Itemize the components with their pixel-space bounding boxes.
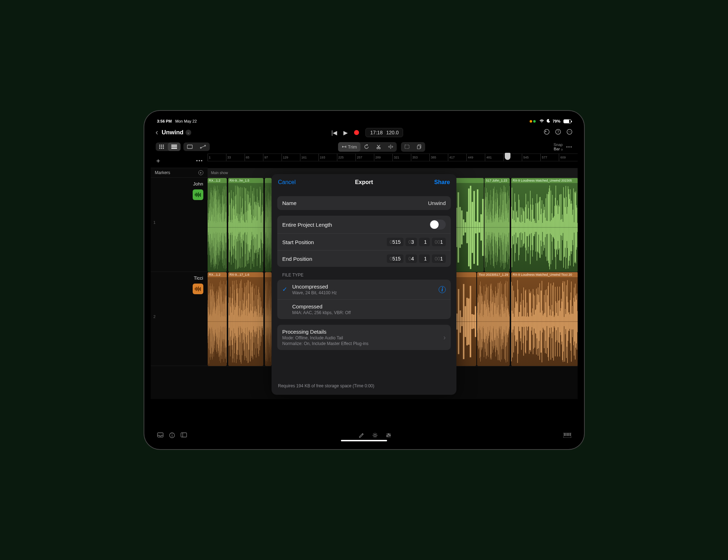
svg-rect-13	[159, 148, 160, 149]
add-track-button[interactable]: ＋	[155, 156, 161, 165]
project-title-dropdown[interactable]: Unwind ⌄	[162, 129, 191, 136]
marker-label: Main show	[211, 171, 228, 175]
audio-region[interactable]: RX-9 Loudness Matched_Unwind 202305	[511, 178, 577, 272]
markers-row[interactable]: Markers +	[151, 168, 208, 178]
inbox-icon[interactable]	[157, 432, 164, 439]
svg-rect-14	[161, 148, 162, 149]
processing-details-row[interactable]: Processing Details Mode: Offline, Includ…	[277, 325, 451, 350]
audio-region[interactable]	[265, 272, 272, 366]
timeline-ruler[interactable]: 1336597129161193225257289321353385417449…	[208, 154, 578, 161]
svg-point-22	[377, 147, 378, 149]
svg-rect-11	[161, 146, 162, 147]
audio-region[interactable]: RX-9 Loudness Matched_Unwind Ticci 20	[511, 272, 577, 366]
track-icon[interactable]	[193, 284, 203, 294]
track-icon[interactable]	[193, 189, 203, 200]
track-header[interactable]: 1John	[151, 178, 208, 272]
brightness-icon[interactable]	[372, 432, 378, 439]
ruler-tick: 321	[392, 154, 411, 161]
home-indicator[interactable]	[341, 440, 387, 441]
time-display[interactable]: 17:18 120.0	[365, 128, 403, 137]
grid-view-button[interactable]	[156, 142, 168, 151]
track-headers-panel: Markers + 1John2Ticci	[151, 168, 208, 399]
uncompressed-option[interactable]: ✓ Uncompressed Wave, 24 Bit, 44100 Hz i	[277, 280, 451, 300]
export-name-field[interactable]: Name Unwind	[277, 196, 451, 210]
svg-rect-10	[159, 146, 160, 147]
audio-region[interactable]: RX-9...17_1.6	[228, 272, 263, 366]
audio-region[interactable]	[265, 178, 272, 272]
audio-region[interactable]: 517 John_1.23	[485, 178, 510, 272]
undo-button[interactable]	[544, 129, 550, 136]
name-label: Name	[282, 200, 296, 206]
automation-button[interactable]	[196, 142, 210, 151]
end-position-row: End Position 0515 04 1 001	[277, 251, 451, 267]
tracks-view-button[interactable]	[168, 142, 181, 151]
snap-setting[interactable]: Snap Bar ◇	[553, 142, 563, 151]
compressed-title: Compressed	[292, 303, 351, 309]
audio-region[interactable]: RX-9...hn_1.5	[228, 178, 263, 272]
info-icon[interactable]: i	[439, 286, 446, 293]
playhead-icon[interactable]	[505, 153, 510, 160]
copy-tool-button[interactable]	[413, 142, 425, 152]
svg-rect-15	[163, 148, 164, 149]
region-label: RX...1.2	[208, 272, 227, 277]
add-marker-button[interactable]: +	[198, 170, 203, 175]
name-value: Unwind	[428, 200, 446, 206]
file-type-heading: FILE TYPE	[277, 267, 451, 280]
uncompressed-sub: Wave, 24 Bit, 44100 Hz	[292, 290, 337, 295]
ruler-tick: 577	[540, 154, 559, 161]
entire-length-toggle[interactable]	[429, 220, 446, 230]
end-label: End Position	[282, 256, 312, 262]
track-header[interactable]: 2Ticci	[151, 272, 208, 366]
info-icon[interactable]	[169, 432, 175, 439]
record-button[interactable]	[354, 130, 359, 135]
end-position-fields[interactable]: 0515 04 1 001	[387, 254, 446, 263]
compressed-option[interactable]: Compressed M4A: AAC, 256 kbps, VBR: Off	[277, 300, 451, 319]
audio-region[interactable]: RX...1.2	[208, 272, 227, 366]
sidebar-icon[interactable]	[181, 432, 187, 439]
region-label: 517 John_1.23	[485, 178, 510, 183]
status-time: 3:56 PM	[157, 119, 172, 123]
snap-label: Snap	[553, 142, 563, 147]
svg-rect-7	[159, 145, 160, 146]
svg-point-6	[570, 131, 571, 132]
back-button[interactable]: ‹	[156, 128, 158, 137]
share-button[interactable]: Share	[434, 179, 450, 185]
pencil-icon[interactable]	[359, 432, 364, 439]
svg-rect-18	[171, 148, 177, 149]
start-position-fields[interactable]: 0515 03 1 001	[387, 238, 446, 246]
svg-point-23	[379, 147, 380, 149]
more-tools-button[interactable]: •••	[566, 145, 573, 149]
marquee-tool-button[interactable]	[401, 142, 413, 152]
region-view-button[interactable]	[183, 142, 196, 151]
scissors-tool-button[interactable]	[373, 142, 385, 152]
audio-region[interactable]: Ticci 20230517_1.29	[477, 272, 510, 366]
entire-length-label: Entire Project Length	[282, 222, 332, 228]
track-number: 2	[154, 314, 156, 319]
playhead-position: 17:18	[370, 130, 382, 135]
region-label: RX-9...17_1.6	[228, 272, 263, 277]
svg-point-1494	[387, 435, 388, 436]
cancel-button[interactable]: Cancel	[278, 179, 296, 185]
loop-tool-button[interactable]	[360, 142, 373, 152]
region-label: Ticci 20230517_1.29	[477, 272, 510, 277]
play-button[interactable]: ▶	[343, 129, 348, 136]
help-button[interactable]: ?	[555, 129, 561, 136]
svg-rect-1499	[566, 433, 566, 436]
top-toolbar: ‹ Unwind ⌄ |◀ ▶ 17:18 120.0 ?	[151, 125, 578, 140]
start-label: Start Position	[282, 239, 314, 245]
svg-rect-25	[417, 146, 420, 149]
rewind-button[interactable]: |◀	[331, 129, 337, 136]
chevron-down-icon: ⌄	[186, 130, 191, 135]
audio-region[interactable]: RX...1.2	[208, 178, 227, 272]
svg-rect-17	[171, 146, 177, 147]
view-mode-group	[156, 142, 181, 151]
track-options-button[interactable]: •••	[196, 158, 203, 163]
keyboard-icon[interactable]	[563, 433, 571, 439]
mixer-icon[interactable]	[386, 432, 391, 439]
svg-point-20	[200, 147, 201, 149]
processing-line2: Normalize: On, Include Master Effect Plu…	[282, 341, 369, 346]
more-button[interactable]	[566, 129, 573, 136]
ruler-tick: 481	[485, 154, 503, 161]
trim-tool-button[interactable]: Trim	[338, 142, 361, 152]
split-tool-button[interactable]	[385, 142, 397, 152]
